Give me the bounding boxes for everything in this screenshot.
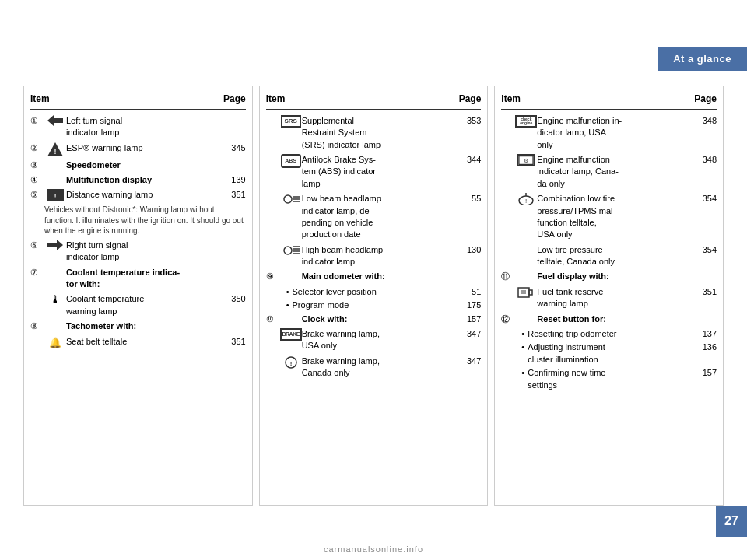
program-mode-label: Program mode [266,299,349,311]
distance-warning-note: Vehicles without Distronic*: Warning lam… [30,205,246,236]
panel3-header: Item Page [501,93,717,110]
confirm-time-label: Confirming new timesettings [501,367,605,391]
row-number: ④ [30,174,44,186]
table-row: ⑩ Clock with: 157 [266,313,482,325]
high-beam-label: High beam headlampindicator lamp [302,244,454,268]
srs-icon: SRS [280,115,302,128]
table-row: ⑥ Right turn signalindicator lamp [30,240,246,264]
right-turn-signal-label: Right turn signalindicator lamp [66,240,219,264]
check-engine-canada-icon: ⚙ [515,154,537,166]
srs-label: SupplementalRestraint System(SRS) indica… [302,115,454,151]
coolant-warning-lamp-label: Coolant temperaturewarning lamp [66,293,219,317]
svg-text:🌡: 🌡 [50,293,61,306]
table-row: ④ Multifunction display 139 [30,174,246,186]
table-row: check engine Engine malfunction in-dicat… [501,115,717,151]
high-beam-icon [280,244,302,257]
row-page: 130 [454,244,481,256]
svg-marker-5 [47,240,63,250]
header-title: At a glance [673,53,731,65]
table-row: 🌡 Coolant temperaturewarning lamp 350 [30,293,246,317]
svg-point-8 [284,195,292,203]
table-row: Program mode 175 [266,299,482,313]
brake-usa-icon: BRAKE [280,328,302,341]
row-number: ⑨ [266,271,280,282]
table-row: Confirming new timesettings 157 [501,367,717,393]
row-page: 157 [454,313,481,325]
table-row: ! Combination low tirepressure/TPMS mal-… [501,193,717,241]
svg-text:!: ! [525,198,527,205]
row-page: 347 [454,355,481,367]
adjust-cluster-label: Adjusting instrumentcluster illumination [501,341,605,366]
row-number: ② [30,142,44,154]
row-number: ⑩ [266,313,280,325]
watermark: carmanualsonline.info [324,544,423,554]
row-page: 139 [219,174,246,186]
low-beam-icon [280,193,302,205]
panel1-header: Item Page [30,93,246,110]
svg-text:!: ! [54,148,57,156]
table-row: Fuel tank reservewarning lamp 351 [501,286,717,310]
table-row: ① Left turn signalindicator lamp [30,115,246,139]
table-row: SRS SupplementalRestraint System(SRS) in… [266,115,482,151]
table-row: ⚙ Engine malfunctionindicator lamp, Cana… [501,154,717,190]
seatbelt-icon: 🔔 [44,336,66,348]
svg-rect-25 [529,290,532,295]
row-page: 354 [689,244,717,256]
reset-button-label: Reset button for: [537,313,689,325]
row-page: 351 [689,286,717,298]
row-number: ⑧ [30,320,44,332]
reset-trip-label: Resetting trip odometer [501,328,616,340]
row-page: 55 [454,193,481,205]
row-number: ① [30,115,44,127]
brake-usa-label: Brake warning lamp,USA only [302,328,454,352]
panel3-col-item: Item [501,93,689,106]
table-row: Low beam headlampindicator lamp, de-pend… [266,193,482,241]
row-number: ⑦ [30,267,44,278]
tire-pressure-icon: ! [515,193,537,205]
table-row: Adjusting instrumentcluster illumination… [501,341,717,367]
row-number: ⑪ [501,271,515,282]
main-content: Item Page ① Left turn signalindicator la… [23,86,724,506]
page-number: 27 [716,506,747,537]
row-page: 353 [454,115,481,127]
row-page: 347 [454,328,481,340]
table-row: Resetting trip odometer 137 [501,328,717,341]
row-page: 348 [689,115,717,127]
svg-text:⚙: ⚙ [524,157,528,164]
row-page: 351 [219,336,246,348]
seatbelt-telltale-label: Seat belt telltale [66,336,219,348]
speedometer-label: Speedometer [66,159,219,171]
table-row: ⑦ Coolant temperature indica-tor with: [30,267,246,291]
arrow-left-icon [44,115,66,126]
table-row: ③ Speedometer [30,159,246,171]
panel1-col-page: Page [219,93,246,106]
brake-canada-icon: ! [280,355,302,369]
check-engine-usa-icon: check engine [515,115,537,128]
panel2-col-item: Item [266,93,454,106]
panel-2: Item Page SRS SupplementalRestraint Syst… [259,86,489,506]
table-row: BRAKE Brake warning lamp,USA only 347 [266,328,482,352]
table-row: ⑫ Reset button for: [501,313,717,325]
arrow-right-icon [44,240,66,250]
svg-text:!: ! [289,360,292,367]
panel1-col-item: Item [30,93,219,106]
row-number: ⑫ [501,313,515,325]
panel2-header: Item Page [266,93,482,110]
table-row: ⑪ Fuel display with: [501,271,717,282]
table-row: Low tire pressuretelltale, Canada only 3… [501,244,717,268]
low-tire-pressure-usa-label: Combination low tirepressure/TPMS mal-fu… [537,193,689,241]
table-row: ABS Antilock Brake Sys-tem (ABS) indicat… [266,154,482,190]
panel3-col-page: Page [689,93,717,106]
panel-3: Item Page check engine Engine malfunctio… [494,86,724,506]
row-page: 351 [219,189,246,201]
left-turn-signal-label: Left turn signalindicator lamp [66,115,219,139]
clock-label: Clock with: [302,313,454,325]
esp-warning-icon: ! [44,142,66,156]
low-tire-canada-label: Low tire pressuretelltale, Canada only [537,244,689,268]
row-page: 345 [219,142,246,154]
main-odometer-label: Main odometer with: [302,271,454,282]
table-row: ② ! ESP® warning lamp 345 [30,142,246,156]
engine-malfunction-usa-label: Engine malfunction in-dicator lamp, USAo… [537,115,689,151]
svg-marker-0 [47,115,63,126]
svg-rect-24 [518,288,529,297]
